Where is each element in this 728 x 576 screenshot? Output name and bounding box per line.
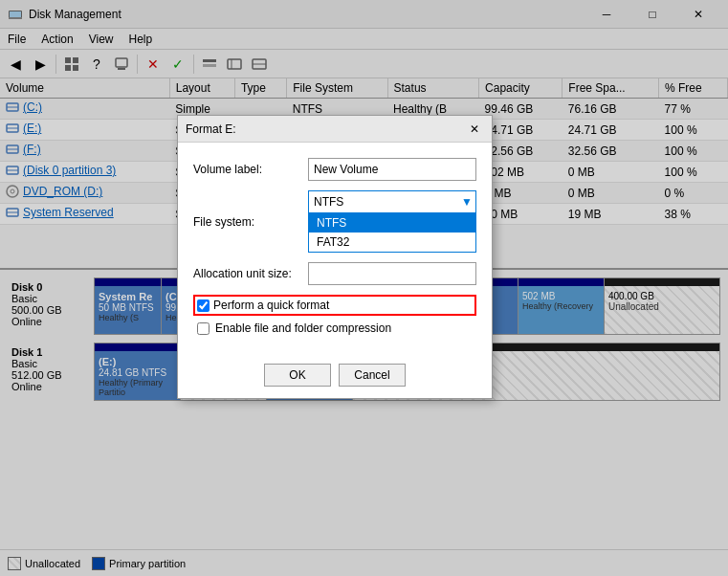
dropdown-option-ntfs[interactable]: NTFS: [309, 213, 475, 233]
format-dialog[interactable]: Format E: ✕ Volume label: File system: N…: [177, 115, 493, 399]
checkbox-area: Perform a quick format Enable file and f…: [193, 295, 476, 335]
allocation-control: [308, 262, 476, 285]
legend-unallocated-box: [8, 557, 21, 570]
cell-pctfree: 100 %: [659, 162, 728, 183]
dialog-close-button[interactable]: ✕: [465, 120, 484, 139]
partition[interactable]: 502 MBHealthy (Recovery: [518, 278, 605, 334]
dialog-title-bar: Format E: ✕: [178, 116, 492, 143]
disk-label: Disk 1Basic512.00 GBOnline: [8, 343, 94, 401]
cell-free: 19 MB: [563, 204, 659, 225]
back-button[interactable]: ◀: [4, 53, 27, 76]
legend-primary-label: Primary partition: [109, 558, 186, 569]
toolbar-btn-8[interactable]: [198, 53, 221, 76]
filesystem-control: NTFS ▼ NTFS FAT32: [308, 190, 476, 253]
minimize-button[interactable]: ─: [585, 0, 629, 29]
cell-volume: (F:): [0, 141, 169, 162]
cell-volume: (Disk 0 partition 3): [0, 162, 169, 183]
toolbar-btn-7[interactable]: ✓: [166, 53, 189, 76]
menu-help[interactable]: Help: [121, 31, 161, 48]
col-freespace[interactable]: Free Spa...: [563, 78, 659, 99]
col-status[interactable]: Status: [387, 78, 479, 99]
cell-pctfree: 100 %: [659, 141, 728, 162]
close-button[interactable]: ✕: [676, 0, 720, 29]
svg-rect-5: [65, 65, 71, 71]
ok-button[interactable]: OK: [264, 364, 331, 387]
filesystem-selected-value: NTFS: [314, 195, 343, 209]
svg-rect-9: [203, 59, 216, 62]
col-capacity[interactable]: Capacity: [479, 78, 563, 99]
svg-rect-11: [228, 59, 241, 69]
col-layout[interactable]: Layout: [169, 78, 234, 99]
svg-rect-7: [116, 58, 127, 67]
compress-row: Enable file and folder compression: [193, 321, 476, 335]
toolbar-btn-3[interactable]: [60, 53, 83, 76]
toolbar-btn-9[interactable]: [223, 53, 246, 76]
cell-free: 76.16 GB: [563, 99, 659, 120]
quick-format-label: Perform a quick format: [213, 299, 329, 312]
cancel-button[interactable]: Cancel: [339, 364, 406, 387]
disk-label: Disk 0Basic500.00 GBOnline: [8, 277, 94, 335]
quick-format-checkbox[interactable]: [197, 299, 210, 312]
cell-pctfree: 38 %: [659, 204, 728, 225]
cell-volume: DVD_ROM (D:): [0, 183, 169, 204]
dialog-title: Format E:: [186, 122, 236, 136]
legend: Unallocated Primary partition: [0, 549, 728, 576]
compress-checkbox[interactable]: [197, 322, 210, 335]
svg-point-23: [7, 186, 18, 197]
legend-primary-box: [92, 557, 105, 570]
menu-bar: File Action View Help: [0, 29, 728, 50]
allocation-label: Allocation unit size:: [193, 267, 308, 280]
partition[interactable]: 400.00 GBUnallocated: [605, 278, 719, 334]
allocation-row: Allocation unit size:: [193, 262, 476, 285]
filesystem-select-wrapper: NTFS ▼: [308, 190, 476, 213]
volume-label-label: Volume label:: [193, 163, 308, 176]
col-filesystem[interactable]: File System: [287, 78, 387, 99]
menu-action[interactable]: Action: [33, 31, 80, 48]
maximize-button[interactable]: □: [630, 0, 674, 29]
quick-format-row: Perform a quick format: [193, 295, 476, 316]
toolbar-btn-5[interactable]: [110, 53, 133, 76]
svg-rect-8: [118, 68, 125, 70]
partition[interactable]: (E:)24.81 GB NTFSHealthy (Primary Partit…: [95, 343, 181, 400]
cell-volume: System Reserved: [0, 204, 169, 225]
legend-unallocated: Unallocated: [8, 557, 80, 570]
svg-point-24: [11, 189, 14, 193]
app-icon: [8, 7, 23, 22]
col-type[interactable]: Type: [234, 78, 286, 99]
col-pctfree[interactable]: % Free: [659, 78, 728, 99]
volume-label-input[interactable]: [308, 158, 476, 181]
svg-rect-1: [10, 11, 21, 18]
cell-free: 0 MB: [563, 183, 659, 204]
svg-rect-10: [203, 64, 216, 67]
svg-rect-6: [73, 65, 78, 71]
menu-view[interactable]: View: [81, 31, 121, 48]
window-controls: ─ □ ✕: [585, 0, 720, 29]
cell-free: 32.56 GB: [563, 141, 659, 162]
toolbar-btn-10[interactable]: [248, 53, 271, 76]
legend-primary: Primary partition: [92, 557, 186, 570]
toolbar-btn-delete[interactable]: ✕: [142, 53, 165, 76]
cell-free: 24.71 GB: [563, 120, 659, 141]
volume-label-row: Volume label:: [193, 158, 476, 181]
volume-label-control: [308, 158, 476, 181]
filesystem-select-display[interactable]: NTFS: [308, 190, 476, 213]
dropdown-option-fat32[interactable]: FAT32: [309, 233, 475, 252]
col-volume[interactable]: Volume: [0, 78, 169, 99]
cell-free: 0 MB: [563, 162, 659, 183]
forward-button[interactable]: ▶: [29, 53, 52, 76]
dialog-footer: OK Cancel: [178, 356, 492, 398]
partition[interactable]: System Re50 MB NTFSHealthy (S: [95, 278, 162, 334]
allocation-display[interactable]: [308, 262, 476, 285]
cell-pctfree: 77 %: [659, 99, 728, 120]
filesystem-row: File system: NTFS ▼ NTFS FAT32: [193, 190, 476, 253]
toolbar-sep-3: [193, 55, 194, 74]
filesystem-label: File system:: [193, 215, 308, 229]
compress-label: Enable file and folder compression: [215, 321, 391, 335]
cell-volume: (E:): [0, 120, 169, 141]
toolbar-sep-2: [137, 55, 138, 74]
svg-rect-2: [9, 17, 22, 19]
toolbar-sep-1: [55, 55, 56, 74]
toolbar-btn-4[interactable]: ?: [85, 53, 108, 76]
menu-file[interactable]: File: [0, 31, 33, 48]
cell-pctfree: 0 %: [659, 183, 728, 204]
